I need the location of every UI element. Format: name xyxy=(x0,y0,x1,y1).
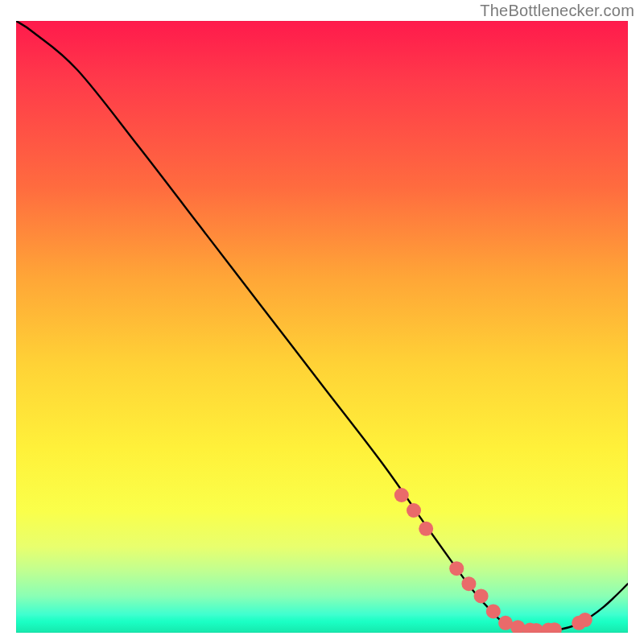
watermark: TheBottlenecker.com xyxy=(480,2,634,20)
green-bottom-band xyxy=(16,615,628,633)
chart-area xyxy=(16,21,628,633)
gradient-background xyxy=(16,21,628,633)
